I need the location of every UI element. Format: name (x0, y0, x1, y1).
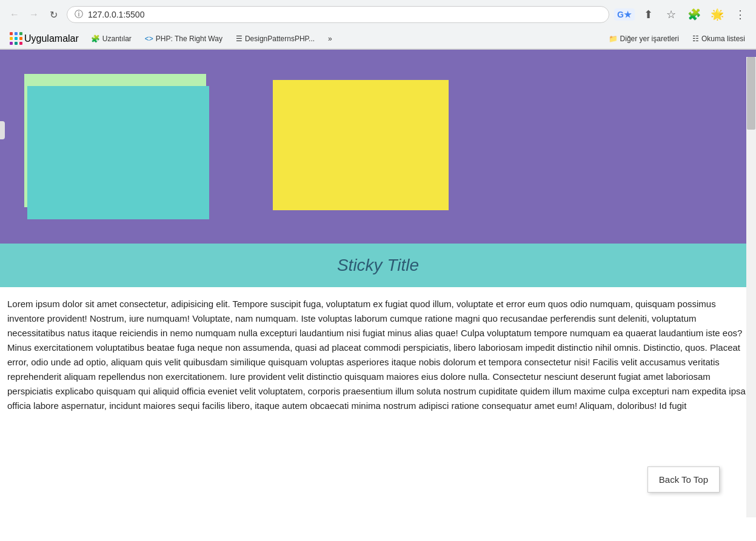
reading-label: Okuma listesi (701, 35, 745, 43)
list-icon: ☷ (692, 35, 699, 43)
folder-icon: 📁 (609, 35, 618, 43)
bookmark-extensions[interactable]: 🧩 Uzantılar (86, 33, 136, 44)
scrollbar-thumb[interactable] (747, 57, 755, 130)
toolbar-icons: G★ ⬆ ☆ 🧩 🌟 ⋮ (614, 5, 750, 24)
reload-button[interactable]: ↻ (45, 6, 62, 23)
dot-7 (10, 42, 13, 45)
star-extension-button[interactable]: 🌟 (707, 5, 727, 24)
lorem-section: Lorem ipsum dolor sit amet consectetur, … (0, 287, 756, 423)
sticky-title-bar: Sticky Title (0, 244, 756, 287)
code-icon: <> (145, 35, 153, 43)
other-bookmarks[interactable]: 📁 Diğer yer işaretleri (604, 33, 684, 44)
demo-boxes (18, 62, 738, 225)
scrollbar-track[interactable] (746, 57, 756, 423)
extensions-button[interactable]: 🧩 (684, 5, 704, 24)
bookmark-php[interactable]: <> PHP: The Right Way (140, 33, 227, 44)
sticky-title: Sticky Title (12, 256, 744, 275)
design-icon: ☰ (236, 35, 243, 43)
box-cyan (27, 86, 209, 219)
dot-6 (19, 37, 22, 40)
menu-button[interactable]: ⋮ (731, 5, 750, 24)
puzzle-icon: 🧩 (91, 35, 100, 43)
browser-chrome: ← → ↻ ⓘ G★ ⬆ ☆ 🧩 🌟 ⋮ (0, 0, 756, 50)
box-yellow (273, 80, 449, 210)
bookmark-design[interactable]: ☰ DesignPatternsPHP... (231, 33, 319, 44)
apps-button[interactable]: Uygulamalar (6, 31, 82, 47)
forward-button[interactable]: → (25, 6, 42, 23)
apps-grid-icon (10, 32, 23, 45)
dot-8 (15, 42, 18, 45)
translate-button[interactable]: G★ (614, 8, 635, 21)
left-edge-indicator (0, 121, 5, 139)
lorem-text: Lorem ipsum dolor sit amet consectetur, … (7, 297, 749, 413)
bookmarks-bar: Uygulamalar 🧩 Uzantılar <> PHP: The Righ… (0, 29, 756, 49)
apps-label: Uygulamalar (24, 33, 79, 44)
dot-9 (19, 42, 22, 45)
php-label: PHP: The Right Way (156, 35, 222, 43)
bookmark-star-button[interactable]: ☆ (661, 5, 681, 24)
address-input[interactable] (88, 10, 601, 19)
back-button[interactable]: ← (6, 6, 23, 23)
nav-buttons: ← → ↻ (6, 6, 62, 23)
reading-list[interactable]: ☷ Okuma listesi (687, 33, 750, 44)
share-button[interactable]: ⬆ (638, 5, 658, 24)
address-bar-container: ⓘ (67, 6, 609, 23)
extensions-label: Uzantılar (102, 35, 132, 43)
dot-4 (10, 37, 13, 40)
design-label: DesignPatternsPHP... (245, 35, 315, 43)
browser-toolbar: ← → ↻ ⓘ G★ ⬆ ☆ 🧩 🌟 ⋮ (0, 0, 756, 29)
dot-3 (19, 32, 22, 35)
more-label: » (328, 35, 332, 43)
dot-2 (15, 32, 18, 35)
box-group-layered (24, 74, 212, 213)
other-label: Diğer yer işaretleri (620, 35, 679, 43)
dot-1 (10, 32, 13, 35)
page-content: Sticky Title Lorem ipsum dolor sit amet … (0, 50, 756, 423)
more-bookmarks[interactable]: » (323, 33, 337, 44)
dot-5 (15, 37, 18, 40)
demo-section (0, 50, 756, 244)
info-icon: ⓘ (75, 9, 83, 20)
bookmarks-right: 📁 Diğer yer işaretleri ☷ Okuma listesi (604, 33, 750, 44)
